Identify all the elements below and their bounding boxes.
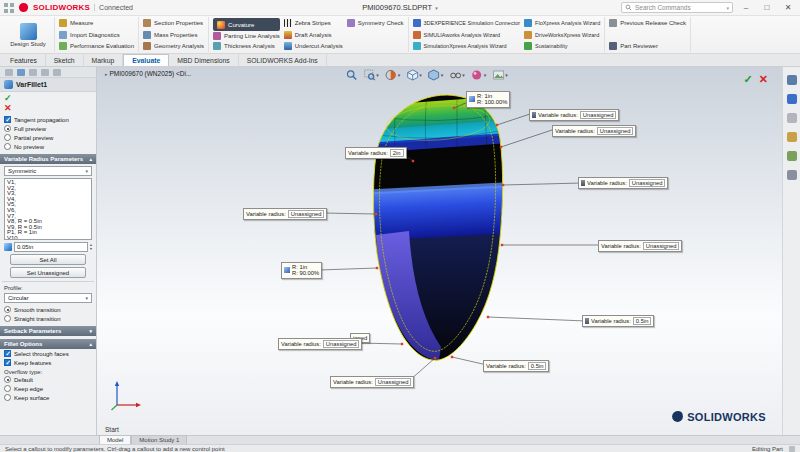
smooth-transition-radio[interactable]: Smooth transition	[0, 305, 96, 314]
performance-evaluation-button[interactable]: Performance Evaluation	[59, 41, 134, 51]
sustainability-button[interactable]: Sustainability	[524, 41, 600, 51]
callout-value[interactable]: 0.5in	[528, 362, 547, 370]
callout-value[interactable]: Unassigned	[597, 127, 634, 135]
symmetric-dropdown[interactable]: Symmetric ▾	[4, 166, 92, 176]
confirm-ok-button[interactable]: ✓	[744, 73, 753, 86]
callout-value[interactable]: Unassigned	[629, 179, 666, 187]
callout-variable-radius[interactable]: Variable radius: Unassigned	[578, 177, 668, 189]
apply-scene-button[interactable]: ▾	[492, 69, 508, 81]
floxpress-wizard-button[interactable]: FloXpress Analysis Wizard	[524, 18, 600, 28]
callout-variable-radius[interactable]: Variable radius: 2in	[345, 147, 407, 159]
thickness-analysis-button[interactable]: Thickness Analysis	[213, 41, 280, 51]
minimize-button[interactable]: –	[738, 3, 754, 12]
undercut-analysis-button[interactable]: Undercut Analysis	[284, 41, 343, 51]
overflow-keep-edge-radio[interactable]: Keep edge	[0, 384, 96, 393]
taskpane-3dexperience-icon[interactable]	[787, 94, 797, 104]
draft-analysis-button[interactable]: Draft Analysis	[284, 30, 343, 40]
part-reviewer-button[interactable]: Part Reviewer	[609, 41, 686, 51]
callout-radius-percent[interactable]: R: 1inR: 100.00%	[466, 91, 510, 108]
callout-value[interactable]: Unassigned	[643, 242, 680, 250]
tab-sketch[interactable]: Sketch	[46, 54, 84, 66]
3d-model[interactable]	[362, 91, 512, 365]
zoom-fit-button[interactable]	[345, 69, 357, 81]
featuremanager-tab-icon[interactable]	[5, 69, 13, 76]
set-unassigned-button[interactable]: Set Unassigned	[10, 267, 86, 278]
view-orientation-button[interactable]: ▾	[406, 69, 422, 81]
list-item[interactable]: V10,	[7, 236, 89, 240]
full-preview-radio[interactable]: Full preview	[0, 124, 96, 133]
taskpane-home-icon[interactable]	[787, 75, 797, 85]
callout-value[interactable]: Unassigned	[323, 340, 360, 348]
hide-show-items-button[interactable]: ▾	[449, 69, 465, 81]
callout-variable-radius[interactable]: Variable radius: Unassigned	[552, 125, 636, 137]
partial-preview-radio[interactable]: Partial preview	[0, 133, 96, 142]
search-scope-chevron-icon[interactable]: ▾	[726, 5, 729, 11]
set-all-button[interactable]: Set All	[10, 254, 86, 265]
simuliaworks-wizard-button[interactable]: SIMULIAworks Analysis Wizard	[413, 30, 521, 40]
section-fillet-options[interactable]: Fillet Options ▴	[0, 339, 96, 349]
geometry-analysis-button[interactable]: Geometry Analysis	[143, 41, 204, 51]
start-link[interactable]: Start	[105, 426, 119, 433]
edit-appearance-button[interactable]: ▾	[471, 69, 487, 81]
callout-variable-radius[interactable]: Variable radius: 0.5in	[582, 315, 654, 327]
driveworks-wizard-button[interactable]: DriveWorksXpress Wizard	[524, 30, 600, 40]
profile-dropdown[interactable]: Circular ▾	[4, 293, 92, 303]
taskpane-appearances-icon[interactable]	[787, 151, 797, 161]
callout-variable-radius[interactable]: Variable radius: 0.5in	[483, 360, 549, 372]
simulation-connector-button[interactable]: 3DEXPERIENCE Simulation Connector	[413, 18, 521, 28]
display-style-button[interactable]: ▾	[428, 69, 444, 81]
import-diagnostics-button[interactable]: Import Diagnostics	[59, 30, 134, 40]
callout-variable-radius[interactable]: Variable radius: Unassigned	[598, 240, 682, 252]
callout-value[interactable]: Unassigned	[375, 378, 412, 386]
tab-evaluate[interactable]: Evaluate	[123, 54, 169, 66]
taskpane-custom-properties-icon[interactable]	[787, 170, 797, 180]
callout-variable-radius[interactable]: Variable radius: Unassigned	[330, 376, 414, 388]
callout-value[interactable]: Unassigned	[288, 210, 325, 218]
displaymanager-tab-icon[interactable]	[53, 69, 61, 76]
app-grid-icon[interactable]	[4, 3, 14, 13]
vertex-radius-listbox[interactable]: V1, V2, V3, V4, V5, V6, V7, V8, R = 0.5i…	[4, 178, 92, 240]
overflow-default-radio[interactable]: Default	[0, 375, 96, 384]
symmetry-check-button[interactable]: Symmetry Check	[347, 18, 404, 28]
model-tab[interactable]: Model	[99, 435, 131, 444]
graphics-area[interactable]: ▸ PMI009670 (WN2025) <Di... ▾ ▾ ▾ ▾ ▾ ▾ …	[97, 67, 782, 435]
tangent-propagation-checkbox[interactable]: Tangent propagation	[0, 115, 96, 124]
callout-value[interactable]: 0.5in	[633, 317, 652, 325]
close-button[interactable]: ✕	[780, 3, 796, 12]
callout-variable-radius[interactable]: Variable radius: Unassigned	[243, 208, 327, 220]
spinner-arrows[interactable]: ▴▾	[90, 243, 92, 251]
propertymanager-tab-icon[interactable]	[17, 69, 25, 76]
tab-markup[interactable]: Markup	[84, 54, 124, 66]
overflow-keep-surface-radio[interactable]: Keep surface	[0, 393, 96, 402]
dimxpertmanager-tab-icon[interactable]	[41, 69, 49, 76]
motion-study-tab[interactable]: Motion Study 1	[131, 435, 187, 444]
ok-button[interactable]: ✓	[4, 94, 92, 103]
zebra-stripes-button[interactable]: Zebra Stripes	[284, 18, 343, 28]
keep-features-checkbox[interactable]: Keep features	[0, 358, 96, 367]
parting-line-analysis-button[interactable]: Parting Line Analysis	[213, 31, 280, 41]
callout-variable-radius[interactable]: Variable radius: Unassigned	[529, 109, 619, 121]
radius-input[interactable]: 0.05in	[14, 242, 88, 252]
callout-value[interactable]: 2in	[390, 149, 404, 157]
taskpane-file-explorer-icon[interactable]	[787, 132, 797, 142]
tab-features[interactable]: Features	[2, 54, 46, 66]
select-through-faces-checkbox[interactable]: Select through faces	[0, 349, 96, 358]
previous-release-check-button[interactable]: Previous Release Check	[609, 18, 686, 28]
callout-radius-percent[interactable]: R: 1inR: 90.00%	[281, 262, 322, 279]
callout-variable-radius[interactable]: Variable radius: Unassigned	[278, 338, 362, 350]
flyout-feature-tree[interactable]: ▸ PMI009670 (WN2025) <Di...	[105, 70, 191, 77]
section-properties-button[interactable]: Section Properties	[143, 18, 204, 28]
document-menu-chevron-icon[interactable]: ▾	[435, 5, 438, 11]
spin-down-icon[interactable]: ▾	[90, 247, 92, 251]
zoom-area-button[interactable]: ▾	[363, 69, 379, 81]
section-variable-radius-parameters[interactable]: Variable Radius Parameters ▴	[0, 154, 96, 164]
mass-properties-button[interactable]: Mass Properties	[143, 30, 204, 40]
curvature-button[interactable]: Curvature	[213, 18, 280, 31]
status-quick-tips-icon[interactable]	[789, 446, 795, 452]
tab-mbd-dimensions[interactable]: MBD Dimensions	[169, 54, 239, 66]
straight-transition-radio[interactable]: Straight transition	[0, 314, 96, 323]
tab-solidworks-addins[interactable]: SOLIDWORKS Add-Ins	[239, 54, 327, 66]
design-study-button[interactable]: Design Study	[6, 23, 50, 47]
measure-button[interactable]: Measure	[59, 18, 134, 28]
confirm-cancel-button[interactable]: ✕	[759, 73, 768, 86]
